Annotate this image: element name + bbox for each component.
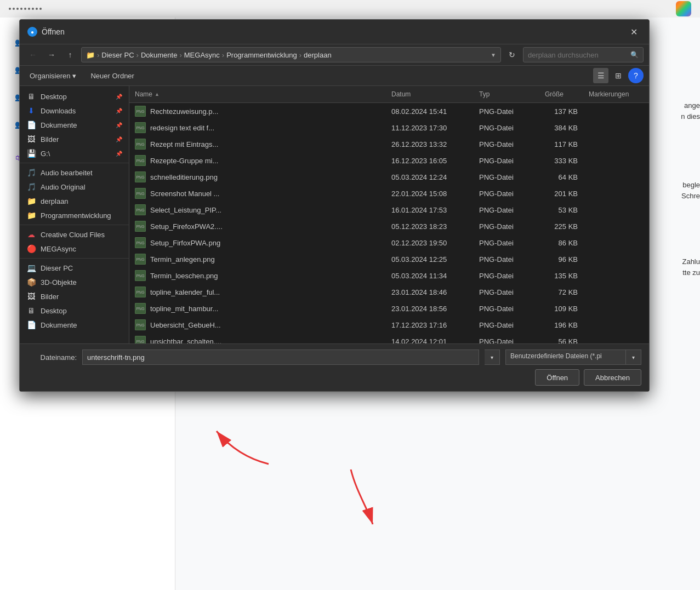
back-button[interactable]: ← [25,47,41,62]
nav-item-megasync[interactable]: 🔴 MEGAsync [20,242,129,256]
neuer-ordner-button[interactable]: Neuer Ordner [86,70,138,82]
file-date-cell: 16.01.2024 17:53 [386,204,474,216]
file-date-cell: 02.12.2023 19:50 [386,237,474,249]
oeffnen-button[interactable]: Öffnen [535,369,579,386]
g-drive-nav-icon: 💾 [26,149,36,158]
filename-input[interactable] [82,350,479,365]
programmentwicklung-icon: 📁 [26,211,36,220]
file-type-cell: PNG-Datei [474,122,539,134]
nav-item-desktop-label: Desktop [41,93,67,101]
nav-item-desktop[interactable]: 🖥 Desktop 📌 [20,89,129,104]
file-type-cell: PNG-Datei [474,237,539,249]
filetype-dropdown-button[interactable]: ▾ [626,350,641,365]
file-name-cell: PNG topline_kalender_ful... [129,285,386,299]
col-markierungen[interactable]: Markierungen [583,88,649,100]
file-thumbnail: PNG [135,303,146,314]
forward-button[interactable]: → [44,47,59,62]
search-icon: 🔍 [630,51,639,59]
file-size-cell: 96 KB [539,254,583,265]
file-size-cell: 225 KB [539,221,583,232]
nav-item-creative-cloud-label: Creative Cloud Files [41,231,105,239]
nav-item-creative-cloud[interactable]: ☁ Creative Cloud Files [20,227,129,242]
breadcrumb-derplaan[interactable]: derplaan [304,51,332,59]
file-list: PNG Rechtezuweisung.p... 08.02.2024 15:4… [129,103,649,343]
col-datum[interactable]: Datum [386,88,474,100]
filename-dropdown-button[interactable]: ▾ [485,350,500,365]
dialog-close-button[interactable]: ✕ [626,24,641,39]
nav-item-programmentwicklung[interactable]: 📁 Programmentwicklung [20,208,129,222]
search-bar: 🔍 [523,47,644,62]
footer-filename-row: Dateiname: ▾ Benutzerdefinierte Dateien … [27,350,641,365]
file-row[interactable]: PNG Screenshot Manuel ... 22.01.2024 15:… [129,185,649,202]
view-options: ☰ ⊞ ? [593,68,644,83]
file-markierungen-cell [583,126,649,129]
file-name-text: Setup_FirefoxPWA2.... [150,222,223,231]
abbrechen-button[interactable]: Abbrechen [584,369,641,386]
file-type-cell: PNG-Datei [474,319,539,331]
file-row[interactable]: PNG Select_Leistung_PIP... 16.01.2024 17… [129,202,649,218]
file-name-cell: PNG Rechtezuweisung.p... [129,104,386,118]
file-markierungen-cell [583,208,649,211]
file-thumbnail: PNG [135,254,146,265]
view-list-button[interactable]: ☰ [593,68,608,83]
file-row[interactable]: PNG Setup_FirfoxPWA.png 02.12.2023 19:50… [129,234,649,251]
up-button[interactable]: ↑ [62,47,78,62]
nav-item-bilder-pc[interactable]: 🖼 Bilder [20,289,129,303]
file-name-cell: PNG Termin_anlegen.png [129,252,386,266]
file-row[interactable]: PNG Termin_anlegen.png 05.03.2024 12:25 … [129,251,649,267]
pin-icon-downloads: 📌 [116,108,122,114]
search-input[interactable] [528,51,627,59]
col-name[interactable]: Name ▲ [129,88,386,100]
file-markierungen-cell [583,274,649,277]
nav-item-dokumente[interactable]: 📄 Dokumente 📌 [20,118,129,132]
file-thumbnail: PNG [135,336,146,343]
dialog-body: 🖥 Desktop 📌 ⬇ Downloads 📌 📄 Dokumente 📌 … [20,86,649,343]
file-thumbnail: PNG [135,319,146,330]
nav-item-bilder[interactable]: 🖼 Bilder 📌 [20,132,129,146]
file-row[interactable]: PNG topline_mit_hambur... 23.01.2024 18:… [129,300,649,317]
nav-item-downloads[interactable]: ⬇ Downloads 📌 [20,104,129,118]
nav-item-g-drive[interactable]: 💾 G:\ 📌 [20,146,129,161]
file-thumbnail: PNG [135,221,146,232]
nav-item-dokumente-pc[interactable]: 📄 Dokumente [20,318,129,332]
file-row[interactable]: PNG Termin_loeschen.png 05.03.2024 11:34… [129,267,649,284]
nav-item-derplaan[interactable]: 📁 derplaan [20,194,129,208]
file-row[interactable]: PNG Rezept mit Eintrags... 26.12.2023 13… [129,136,649,152]
file-row[interactable]: PNG Rezepte-Gruppe mi... 16.12.2023 16:0… [129,152,649,169]
pin-icon-g: 📌 [116,151,122,157]
file-name-cell: PNG Setup_FirefoxPWA2.... [129,219,386,233]
right-text-3: begle [682,181,700,189]
view-details-button[interactable]: ⊞ [611,68,626,83]
view-help-button[interactable]: ? [628,68,644,83]
file-row[interactable]: PNG Setup_FirefoxPWA2.... 05.12.2023 18:… [129,218,649,234]
nav-item-3d-objekte[interactable]: 📦 3D-Objekte [20,275,129,289]
file-row[interactable]: PNG schnelleditierung.png 05.03.2024 12:… [129,169,649,185]
nav-item-programmentwicklung-label: Programmentwicklung [41,211,111,220]
file-date-cell: 11.12.2023 17:30 [386,122,474,134]
right-text-6: tte zu [682,268,700,277]
dialog-action-toolbar: Organisieren ▾ Neuer Ordner ☰ ⊞ ? [20,66,649,86]
organisieren-button[interactable]: Organisieren ▾ [25,70,81,82]
breadcrumb-programmentwicklung[interactable]: Programmentwicklung [226,51,297,59]
nav-item-bilder-pc-label: Bilder [41,293,59,301]
col-typ[interactable]: Typ [474,88,539,100]
breadcrumb-dropdown-icon[interactable]: ▼ [491,52,496,58]
refresh-button[interactable]: ↻ [504,47,520,62]
nav-item-dieser-pc[interactable]: 💻 Dieser PC [20,261,129,275]
col-groesse[interactable]: Größe [539,88,583,100]
breadcrumb-megasync[interactable]: MEGAsync [184,51,220,59]
file-row[interactable]: PNG redesign text edit f... 11.12.2023 1… [129,119,649,136]
file-thumbnail: PNG [135,106,146,117]
file-row[interactable]: PNG topline_kalender_ful... 23.01.2024 1… [129,284,649,300]
file-row[interactable]: PNG Rechtezuweisung.p... 08.02.2024 15:4… [129,103,649,119]
nav-item-audio-bearbeitet[interactable]: 🎵 Audio bearbeitet [20,165,129,180]
bilder-nav-icon: 🖼 [26,135,36,144]
file-row[interactable]: PNG Uebersicht_GebueH... 17.12.2023 17:1… [129,317,649,333]
file-size-cell: 117 KB [539,139,583,150]
nav-item-audio-original[interactable]: 🎵 Audio Original [20,180,129,194]
file-row[interactable]: PNG unsichtbar_schalten.... 14.02.2024 1… [129,333,649,343]
breadcrumb-dieser-pc[interactable]: Dieser PC [101,51,134,59]
breadcrumb-dokumente[interactable]: Dokumente [141,51,177,59]
file-name-text: redesign text edit f... [150,124,214,132]
nav-item-desktop-pc[interactable]: 🖥 Desktop [20,303,129,318]
